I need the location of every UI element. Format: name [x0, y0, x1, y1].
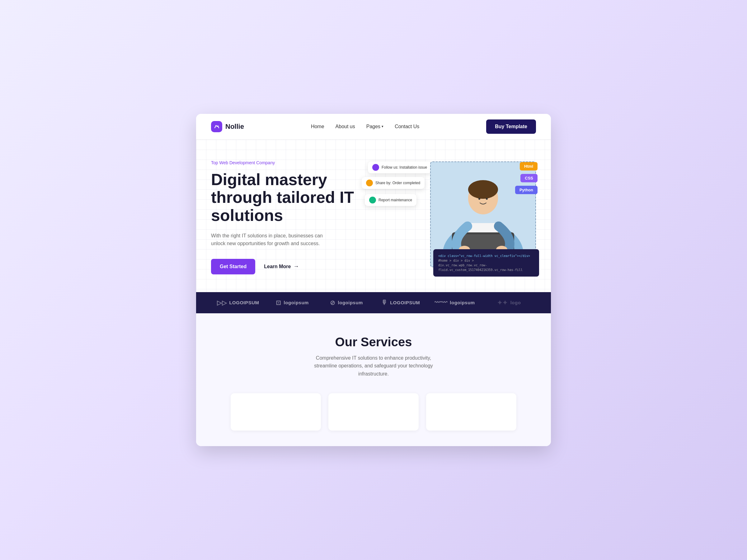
logo-symbol-4: 🎙	[381, 299, 388, 306]
hero-section: Top Web Development Company Digital mast…	[196, 140, 551, 292]
chat-bubble-1: Follow us: Installation issue	[368, 161, 431, 173]
logo-item-3: ⊘ logoipsum	[319, 299, 374, 306]
logo-text-1: LOGOIPSUM	[229, 300, 259, 305]
tech-python-tag: Python	[515, 186, 538, 194]
services-description: Comprehensive IT solutions to enhance pr…	[308, 354, 439, 378]
svg-point-4	[468, 180, 498, 199]
hero-actions: Get Started Learn More →	[211, 259, 373, 274]
chat-avatar-3	[369, 196, 376, 204]
chat-text-3: Report maintenance	[379, 198, 412, 202]
logo-item-2: ⊡ logoipsum	[265, 299, 319, 306]
arrow-right-icon: →	[293, 263, 299, 270]
logo-text-4: LOGOIPSUM	[390, 300, 420, 305]
logo-icon	[211, 121, 222, 132]
service-card-2	[328, 393, 419, 431]
tech-html-tag: Html	[520, 162, 538, 170]
logo: Nollie	[211, 121, 244, 132]
services-cards	[211, 393, 536, 431]
service-card-1	[231, 393, 321, 431]
hero-title: Digital mastery through tailored IT solu…	[211, 171, 373, 224]
logo-item-4: 🎙 LOGOIPSUM	[374, 299, 428, 306]
logo-symbol-3: ⊘	[330, 299, 336, 306]
tech-css-tag: CSS	[520, 174, 538, 182]
svg-point-5	[479, 198, 480, 200]
services-section: Our Services Comprehensive IT solutions …	[196, 313, 551, 447]
logo-text-2: logoipsum	[284, 300, 309, 305]
code-snippet: <div class="vc_row-full-width vc_clearfi…	[433, 249, 539, 276]
logo-text-5: logoipsum	[450, 300, 475, 305]
nav-pages[interactable]: Pages ▾	[366, 124, 383, 129]
hero-left: Top Web Development Company Digital mast…	[211, 160, 373, 274]
logo-text-3: logoipsum	[338, 300, 363, 305]
logo-symbol-6: ✦✦	[497, 299, 508, 306]
hero-description: With the right IT solutions in place, bu…	[211, 232, 336, 248]
browser-window: Nollie Home About us Pages ▾ Contact Us …	[196, 114, 551, 447]
services-title: Our Services	[211, 335, 536, 349]
nav-home[interactable]: Home	[311, 124, 324, 129]
chat-text-2: Share by: Order completed	[376, 181, 420, 185]
nav-contact[interactable]: Contact Us	[395, 124, 419, 129]
logo-symbol-1: ▷▷	[217, 299, 227, 306]
hero-tag: Top Web Development Company	[211, 160, 373, 165]
logo-item-5: 〰〰 logoipsum	[428, 299, 482, 306]
logos-bar: ▷▷ LOGOIPSUM ⊡ logoipsum ⊘ logoipsum 🎙 L…	[196, 292, 551, 313]
hero-right: Follow us: Installation issue Share by: …	[387, 158, 536, 276]
service-card-3	[426, 393, 516, 431]
chevron-down-icon: ▾	[382, 125, 383, 129]
chat-bubble-3: Report maintenance	[365, 194, 416, 206]
logo-symbol-2: ⊡	[276, 299, 281, 306]
learn-more-link[interactable]: Learn More →	[264, 263, 299, 270]
nav-about[interactable]: About us	[336, 124, 355, 129]
svg-point-6	[486, 198, 488, 200]
logo-text-6: logo	[511, 300, 521, 305]
logo-item-6: ✦✦ logo	[482, 299, 536, 306]
buy-template-button[interactable]: Buy Template	[486, 119, 536, 134]
nav-links: Home About us Pages ▾ Contact Us	[311, 124, 419, 129]
chat-avatar-1	[372, 164, 379, 171]
chat-bubble-2: Share by: Order completed	[362, 177, 424, 189]
get-started-button[interactable]: Get Started	[211, 259, 255, 274]
brand-name: Nollie	[225, 123, 244, 131]
navbar: Nollie Home About us Pages ▾ Contact Us …	[196, 114, 551, 140]
chat-avatar-2	[366, 180, 373, 186]
logo-item-1: ▷▷ LOGOIPSUM	[211, 299, 265, 306]
logo-symbol-5: 〰〰	[435, 299, 447, 306]
chat-text-1: Follow us: Installation issue	[382, 165, 427, 169]
